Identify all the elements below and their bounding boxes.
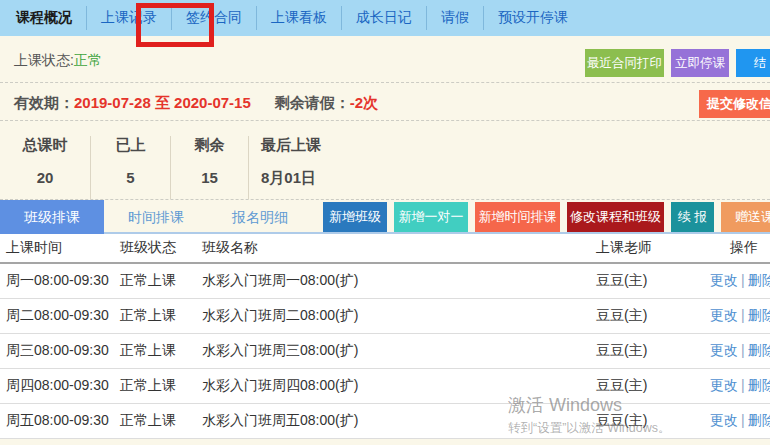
validity-section: 有效期：2019-07-28 至 2020-07-15剩余请假：-2次 提交修改… (0, 83, 770, 121)
graduate-button[interactable]: 结 业 (736, 49, 770, 77)
header-class-time: 上课时间 (0, 239, 120, 257)
cell-class-status: 正常上课 (120, 412, 202, 430)
nav-tab-growth-diary[interactable]: 成长日记 (341, 6, 426, 30)
header-class-name: 班级名称 (202, 239, 588, 257)
change-link[interactable]: 更改 (710, 412, 738, 428)
action-separator: | (741, 377, 745, 393)
nav-tab-preset-start-stop[interactable]: 预设开停课 (483, 6, 582, 30)
nav-tab-course-overview[interactable]: 课程概况 (2, 6, 86, 30)
action-separator: | (741, 272, 745, 288)
cell-class-name: 水彩入门班周三08:00(扩) (202, 342, 588, 360)
cell-teacher: 豆豆(主) (588, 307, 692, 325)
stat-remaining: 剩余 15 (170, 136, 248, 199)
nav-tab-leave[interactable]: 请假 (426, 6, 483, 30)
class-status-text: 上课状态:正常 (14, 52, 102, 70)
table-row: 周三08:00-09:30 正常上课 水彩入门班周三08:00(扩) 豆豆(主)… (0, 334, 770, 369)
change-link[interactable]: 更改 (710, 272, 738, 288)
action-separator: | (741, 412, 745, 428)
stat-attended: 已上 5 (90, 136, 170, 199)
stat-last-class-label: 最后上课 (261, 136, 418, 155)
highlight-box-signed-contract (136, 3, 214, 47)
table-row: 周一08:00-09:30 正常上课 水彩入门班周一08:00(扩) 豆豆(主)… (0, 264, 770, 299)
change-link[interactable]: 更改 (710, 377, 738, 393)
delete-link[interactable]: 删除 (748, 412, 770, 428)
add-class-button[interactable]: 新增班级 (323, 202, 387, 232)
tab-enrollment-detail[interactable]: 报名明细 (208, 200, 312, 234)
stat-remaining-value: 15 (171, 169, 248, 186)
nav-tab-class-board[interactable]: 上课看板 (256, 6, 341, 30)
table-row: 周二08:00-09:30 正常上课 水彩入门班周二08:00(扩) 豆豆(主)… (0, 299, 770, 334)
status-section: 上课状态:正常 最近合同打印 立即停课 结 业 (0, 36, 770, 83)
cell-class-status: 正常上课 (120, 377, 202, 395)
table-row: 周四08:00-09:30 正常上课 水彩入门班周四08:00(扩) 豆豆(主)… (0, 369, 770, 404)
schedule-tab-bar: 班级排课 时间排课 报名明细 新增班级 新增一对一 新增时间排课 修改课程和班级… (0, 200, 770, 234)
cell-teacher: 豆豆(主) (588, 272, 692, 290)
print-latest-contract-button[interactable]: 最近合同打印 (585, 49, 664, 77)
class-status-label: 上课状态: (14, 52, 74, 68)
top-nav: 课程概况 上课记录 签约合同 上课看板 成长日记 请假 预设开停课 (0, 0, 770, 36)
add-time-schedule-button[interactable]: 新增时间排课 (475, 202, 560, 232)
change-link[interactable]: 更改 (710, 342, 738, 358)
stat-total-hours-value: 20 (0, 169, 90, 186)
delete-link[interactable]: 删除 (748, 377, 770, 393)
delete-link[interactable]: 删除 (748, 307, 770, 323)
tab-time-schedule[interactable]: 时间排课 (104, 200, 208, 234)
remaining-leave-value: -2次 (350, 94, 378, 111)
cell-class-name: 水彩入门班周二08:00(扩) (202, 307, 588, 325)
stat-last-class: 最后上课 8月01日 (248, 136, 418, 199)
change-link[interactable]: 更改 (710, 307, 738, 323)
stat-remaining-label: 剩余 (171, 136, 248, 155)
header-action: 操作 (692, 239, 770, 257)
validity-label: 有效期： (14, 94, 74, 111)
cell-class-time: 周五08:00-09:30 (0, 412, 120, 430)
cell-action: 更改|删除 (692, 377, 770, 395)
tab-class-schedule[interactable]: 班级排课 (0, 200, 104, 234)
class-schedule-table: 上课时间 班级状态 班级名称 上课老师 操作 周一08:00-09:30 正常上… (0, 234, 770, 439)
windows-activation-watermark-subtitle: 转到“设置”以激活 Windows。 (508, 420, 671, 437)
cell-teacher: 豆豆(主) (588, 342, 692, 360)
submit-modify-info-button[interactable]: 提交修改信息 (699, 90, 770, 118)
delete-link[interactable]: 删除 (748, 272, 770, 288)
table-header-row: 上课时间 班级状态 班级名称 上课老师 操作 (0, 234, 770, 264)
action-separator: | (741, 307, 745, 323)
windows-activation-watermark-title: 激活 Windows (508, 393, 622, 417)
cell-class-status: 正常上课 (120, 342, 202, 360)
remaining-leave-label: 剩余请假： (275, 94, 350, 111)
stat-total-hours: 总课时 20 (0, 136, 90, 199)
delete-link[interactable]: 删除 (748, 342, 770, 358)
stop-class-now-button[interactable]: 立即停课 (671, 49, 729, 77)
gift-hours-button[interactable]: 赠送课时 (721, 202, 770, 232)
cell-class-name: 水彩入门班周一08:00(扩) (202, 272, 588, 290)
stat-total-hours-label: 总课时 (0, 136, 90, 155)
add-one-on-one-button[interactable]: 新增一对一 (394, 202, 468, 232)
validity-text: 有效期：2019-07-28 至 2020-07-15剩余请假：-2次 (14, 94, 378, 113)
stat-attended-value: 5 (91, 169, 170, 186)
cell-class-time: 周四08:00-09:30 (0, 377, 120, 395)
validity-range: 2019-07-28 至 2020-07-15 (74, 94, 251, 111)
stat-last-class-value: 8月01日 (261, 169, 418, 188)
cell-class-time: 周三08:00-09:30 (0, 342, 120, 360)
stats-bar: 总课时 20 已上 5 剩余 15 最后上课 8月01日 (0, 121, 770, 200)
cell-class-time: 周一08:00-09:30 (0, 272, 120, 290)
action-separator: | (741, 342, 745, 358)
cell-action: 更改|删除 (692, 272, 770, 290)
header-teacher: 上课老师 (588, 239, 692, 257)
cell-action: 更改|删除 (692, 342, 770, 360)
modify-course-class-button[interactable]: 修改课程和班级 (567, 202, 664, 232)
cell-action: 更改|删除 (692, 412, 770, 430)
header-class-status: 班级状态 (120, 239, 202, 257)
stat-attended-label: 已上 (91, 136, 170, 155)
cell-class-status: 正常上课 (120, 307, 202, 325)
cell-action: 更改|删除 (692, 307, 770, 325)
renew-button[interactable]: 续 报 (671, 202, 714, 232)
class-status-value: 正常 (74, 52, 102, 68)
cell-class-time: 周二08:00-09:30 (0, 307, 120, 325)
cell-class-status: 正常上课 (120, 272, 202, 290)
